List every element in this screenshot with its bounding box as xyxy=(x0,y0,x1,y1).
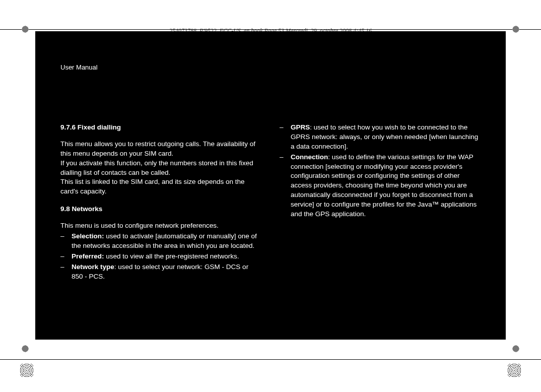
manual-page: User Manual 9.7.6 Fixed dialling This me… xyxy=(35,31,506,340)
item-label: Network type xyxy=(72,263,114,271)
item-label: Selection: xyxy=(72,232,104,240)
list-item: – Connection: used to define the various… xyxy=(280,153,481,219)
para: If you activate this function, only the … xyxy=(60,159,261,178)
crop-mark-line xyxy=(0,359,541,360)
left-column: 9.7.6 Fixed dialling This menu allows yo… xyxy=(60,123,261,319)
spiral-mark-icon xyxy=(20,364,33,377)
dash-icon: – xyxy=(280,153,291,219)
manual-label: User Manual xyxy=(60,63,98,71)
registration-mark-icon xyxy=(20,24,30,34)
registration-mark-icon xyxy=(511,344,521,354)
para: This list is linked to the SIM card, and… xyxy=(60,177,261,197)
spiral-mark-icon xyxy=(508,364,521,377)
crop-mark-line xyxy=(0,29,541,30)
item-text: : used to define the various settings fo… xyxy=(291,153,477,218)
registration-mark-icon xyxy=(511,24,521,34)
dash-icon: – xyxy=(280,123,291,152)
item-text: : used to select how you wish to be conn… xyxy=(291,123,478,150)
list-item: – Selection: used to activate [automatic… xyxy=(60,232,261,251)
item-label: Preferred: xyxy=(72,252,104,260)
item-label: GPRS xyxy=(291,123,310,131)
list-item: – Network type: used to select your netw… xyxy=(60,263,261,282)
section-heading-98: 9.8 Networks xyxy=(60,205,261,214)
dash-icon: – xyxy=(60,252,72,262)
para: This menu is used to configure network p… xyxy=(60,221,261,231)
para: This menu allows you to restrict outgoin… xyxy=(60,140,261,159)
dash-icon: – xyxy=(60,263,72,282)
content-columns: 9.7.6 Fixed dialling This menu allows yo… xyxy=(60,123,481,319)
list-item: – GPRS: used to select how you wish to b… xyxy=(280,123,481,152)
item-label: Connection xyxy=(291,153,328,161)
right-column: – GPRS: used to select how you wish to b… xyxy=(280,123,481,319)
item-text: used to view all the pre-registered netw… xyxy=(104,252,239,260)
list-item: – Preferred: used to view all the pre-re… xyxy=(60,252,261,262)
dash-icon: – xyxy=(60,232,72,251)
registration-mark-icon xyxy=(20,344,30,354)
section-heading-976: 9.7.6 Fixed dialling xyxy=(60,123,261,133)
